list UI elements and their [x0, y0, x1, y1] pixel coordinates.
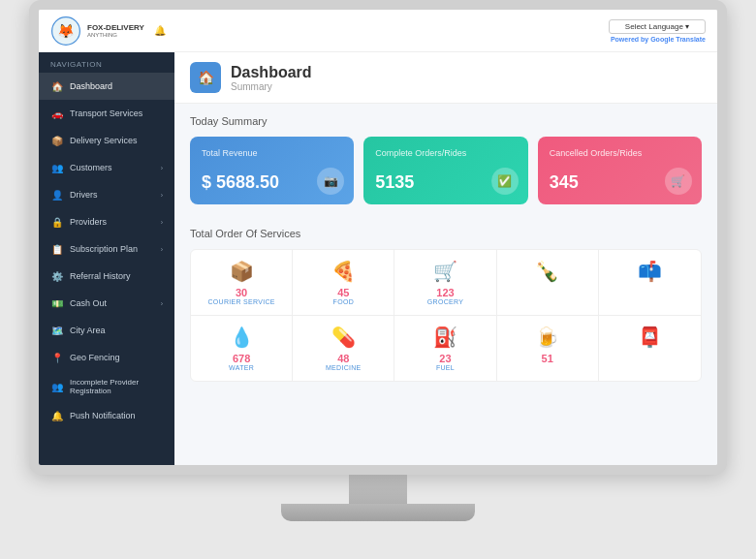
cityarea-icon: 🗺️ — [50, 324, 64, 337]
beer-icon: 🍺 — [535, 326, 559, 349]
sidebar-item-providers[interactable]: 🔒 Providers › — [39, 208, 174, 235]
complete-orders-card: Complete Orders/Rides 5135 ✅ — [363, 137, 527, 204]
total-revenue-card: Total Revenue $ 5688.50 📷 — [190, 137, 354, 204]
dashboard-header: 🏠 Dashboard Summary — [174, 52, 717, 104]
logo-tagline: ANYTHING — [87, 32, 144, 38]
fuel-icon: ⛽ — [433, 326, 457, 349]
stats-row: Total Revenue $ 5688.50 📷 Complete Order… — [190, 137, 702, 204]
service-grocery: 🛒 123 GROCERY — [394, 250, 496, 316]
grocery-icon: 🛒 — [433, 260, 457, 283]
chevron-right-icon: › — [161, 246, 163, 253]
top-bar: 🦊 FOX-DELIVERY ANYTHING 🔔 Select Languag… — [39, 10, 717, 52]
dashboard-title: Dashboard — [231, 64, 312, 81]
monitor-screen: 🦊 FOX-DELIVERY ANYTHING 🔔 Select Languag… — [29, 0, 727, 475]
complete-icon: ✅ — [491, 168, 519, 195]
order-services-section: Total Order Of Services 📦 30 COURIER SER… — [174, 228, 717, 393]
services-grid: 📦 30 COURIER SERVICE 🍕 45 FOOD 🛒 123 — [190, 249, 702, 382]
sidebar-item-referral[interactable]: ⚙️ Referral History — [39, 263, 174, 290]
sidebar-label-drivers: Drivers — [70, 190, 155, 200]
food-icon: 🍕 — [331, 260, 356, 283]
sidebar-item-transport[interactable]: 🚗 Transport Services — [39, 100, 174, 127]
language-select[interactable]: Select Language ▾ — [609, 19, 706, 34]
service-fuel: ⛽ 23 FUEL — [394, 316, 496, 381]
referral-icon: ⚙️ — [50, 269, 64, 283]
dashboard-subtitle: Summary — [231, 81, 312, 92]
cancelled-orders-card: Cancelled Orders/Rides 345 🛒 — [538, 137, 702, 204]
fuel-label: FUEL — [436, 364, 455, 371]
sidebar-item-drivers[interactable]: 👤 Drivers › — [39, 181, 174, 208]
drivers-icon: 👤 — [50, 188, 64, 202]
geofencing-icon: 📍 — [50, 351, 64, 364]
sidebar-item-geofencing[interactable]: 📍 Geo Fencing — [39, 344, 174, 371]
sidebar-label-subscription: Subscription Plan — [70, 244, 155, 254]
notification-icon[interactable]: 🔔 — [154, 25, 166, 36]
water-icon: 💧 — [230, 326, 254, 349]
service-extra2: 📮 — [599, 316, 701, 381]
sidebar-label-providers: Providers — [70, 217, 155, 227]
logo-name: FOX-DELIVERY — [87, 23, 144, 33]
water-count: 678 — [233, 353, 250, 364]
sidebar-item-customers[interactable]: 👥 Customers › — [39, 154, 174, 181]
medicine-icon: 💊 — [331, 326, 356, 349]
grocery-count: 123 — [436, 287, 454, 298]
beer-count: 51 — [542, 353, 553, 364]
dashboard-title-area: Dashboard Summary — [231, 64, 312, 92]
content-area: 🏠 Dashboard Summary Today Summary Total … — [174, 52, 717, 465]
translate-area: Select Language ▾ Powered by Google Tran… — [609, 19, 706, 43]
sidebar-label-cityarea: City Area — [70, 326, 163, 335]
service-bottle: 🍾 — [497, 250, 599, 316]
providers-icon: 🔒 — [50, 215, 64, 229]
push-icon: 🔔 — [50, 409, 64, 422]
sidebar-label-transport: Transport Services — [70, 109, 163, 118]
service-food: 🍕 45 FOOD — [293, 250, 394, 316]
extra2-icon: 📮 — [638, 326, 662, 349]
svg-text:🦊: 🦊 — [57, 21, 75, 39]
water-label: WATER — [229, 364, 254, 371]
cancelled-icon: 🛒 — [665, 168, 692, 195]
incomplete-icon: 👥 — [50, 380, 64, 393]
today-summary-title: Today Summary — [190, 115, 702, 127]
google-label: Google — [650, 36, 674, 43]
bottle-icon: 🍾 — [535, 260, 559, 283]
medicine-label: MEDICINE — [326, 364, 362, 371]
sidebar-label-customers: Customers — [70, 163, 155, 172]
sidebar-item-subscription[interactable]: 📋 Subscription Plan › — [39, 235, 174, 263]
subscription-icon: 📋 — [50, 242, 64, 256]
dashboard-header-icon: 🏠 — [190, 62, 221, 93]
sidebar-label-geofencing: Geo Fencing — [70, 353, 163, 362]
chevron-right-icon: › — [161, 192, 163, 199]
chevron-right-icon: › — [161, 300, 163, 307]
sidebar-item-incomplete[interactable]: 👥 Incomplete Provider Registration — [39, 371, 174, 402]
service-extra1: 📫 — [599, 250, 701, 316]
cancelled-label: Cancelled Orders/Rides — [550, 148, 690, 158]
sidebar-item-dashboard[interactable]: 🏠 Dashboard — [39, 73, 174, 100]
delivery-icon: 📦 — [50, 134, 64, 147]
service-medicine: 💊 48 MEDICINE — [293, 316, 394, 381]
revenue-label: Total Revenue — [202, 148, 342, 158]
sidebar-label-delivery: Delivery Services — [70, 136, 163, 145]
chevron-right-icon: › — [161, 219, 163, 226]
sidebar-item-cashout[interactable]: 💵 Cash Out › — [39, 290, 174, 317]
logo-area: 🦊 FOX-DELIVERY ANYTHING 🔔 — [50, 16, 166, 47]
sidebar-item-delivery[interactable]: 📦 Delivery Services — [39, 127, 174, 154]
sidebar-label-dashboard: Dashboard — [70, 81, 163, 91]
courier-label: COURIER SERVICE — [207, 298, 274, 305]
sidebar-label-incomplete: Incomplete Provider Registration — [70, 378, 163, 395]
chevron-right-icon: › — [161, 165, 163, 171]
main-layout: Navigation 🏠 Dashboard 🚗 Transport Servi… — [39, 52, 717, 465]
today-summary-section: Today Summary Total Revenue $ 5688.50 📷 … — [174, 104, 717, 228]
logo-icon: 🦊 — [50, 16, 81, 47]
sidebar-item-cityarea[interactable]: 🗺️ City Area — [39, 317, 174, 344]
transport-icon: 🚗 — [50, 107, 64, 120]
sidebar-item-push[interactable]: 🔔 Push Notification — [39, 402, 174, 429]
service-beer: 🍺 51 — [497, 316, 599, 381]
courier-count: 30 — [236, 287, 247, 298]
order-services-title: Total Order Of Services — [190, 228, 702, 239]
medicine-count: 48 — [337, 353, 349, 364]
grocery-label: GROCERY — [427, 298, 463, 305]
home-icon: 🏠 — [50, 79, 64, 93]
cashout-icon: 💵 — [50, 296, 64, 310]
monitor-base — [281, 504, 475, 521]
customers-icon: 👥 — [50, 161, 64, 174]
service-courier: 📦 30 COURIER SERVICE — [191, 250, 293, 316]
